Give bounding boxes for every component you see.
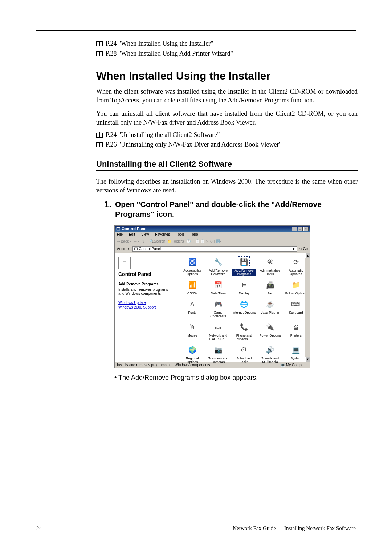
item-icon: 🔧 xyxy=(213,257,224,268)
close-button[interactable]: × xyxy=(303,227,309,231)
body-paragraph: When the client software was installed u… xyxy=(96,87,358,105)
book-icon xyxy=(96,51,103,56)
toolbar: ⇦ Back ▾ ⇨ ▾ ⇧ 🔍Search 📁Folders 🕑 📋 📋 ✕ … xyxy=(115,237,310,245)
control-panel-item[interactable]: 📅Date/Time xyxy=(205,279,230,296)
item-label: Keyboard xyxy=(289,311,303,314)
control-panel-left-pane: 🗔 Control Panel Add/Remove Programs Inst… xyxy=(115,253,178,362)
reference-line: P.26 "Uninstalling only N/W-Fax Diver an… xyxy=(96,141,358,148)
reference-text: P.28 "When Installed Using Add Printer W… xyxy=(106,50,233,57)
control-panel-item[interactable]: 🖥Display xyxy=(232,279,257,296)
maximize-button[interactable]: □ xyxy=(298,227,303,231)
up-button[interactable]: ⇧ xyxy=(142,239,145,243)
go-button[interactable]: ↪Go xyxy=(299,247,308,251)
reference-line: P.24 "Uninstalling the all Client2 Softw… xyxy=(96,131,358,139)
control-panel-item[interactable]: 📠Fax xyxy=(257,279,282,296)
book-icon xyxy=(96,133,103,138)
forward-button[interactable]: ⇨ ▾ xyxy=(134,239,140,243)
vertical-scrollbar[interactable]: ▲ ▼ xyxy=(305,253,310,362)
search-button[interactable]: 🔍Search xyxy=(150,239,166,243)
minimize-button[interactable]: _ xyxy=(292,227,297,231)
scroll-up-arrow[interactable]: ▲ xyxy=(305,253,310,258)
item-icon: 💾 xyxy=(238,257,249,268)
item-icon: 🖱 xyxy=(187,322,198,333)
folders-button[interactable]: 📁Folders xyxy=(167,239,184,243)
item-label: Folder Options xyxy=(285,292,307,295)
scroll-down-arrow[interactable]: ▼ xyxy=(305,357,310,362)
control-panel-item[interactable]: 💾Add/Remove Programs xyxy=(232,256,257,277)
toolbar-extra-icons[interactable]: 📋 📋 ✕ ↻ | 🔢▾ xyxy=(195,239,222,243)
control-panel-item[interactable]: 📶CSNW xyxy=(180,279,205,296)
window-title: 🗔Control Panel xyxy=(116,227,148,231)
control-panel-item[interactable]: 🌍Regional Options xyxy=(180,344,205,364)
menu-tools[interactable]: Tools xyxy=(176,232,184,236)
menu-help[interactable]: Help xyxy=(191,232,198,236)
item-label: Scheduled Tasks xyxy=(232,357,256,364)
address-label: Address xyxy=(117,247,130,251)
menu-edit[interactable]: Edit xyxy=(129,232,135,236)
item-label: Sounds and Multimedia xyxy=(258,357,282,364)
item-label: Administrative Tools xyxy=(258,269,282,276)
item-label: Add/Remove Programs xyxy=(232,269,256,276)
item-label: Internet Options xyxy=(232,311,256,314)
item-icon: 🖥 xyxy=(238,280,249,290)
item-icon: 📅 xyxy=(213,280,224,290)
item-label: Scanners and Cameras xyxy=(206,357,230,364)
item-icon: 🖧 xyxy=(213,322,224,333)
reference-line: P.24 "When Installed Using the Installer… xyxy=(96,40,358,48)
item-icon: 🔌 xyxy=(265,322,275,333)
item-label: Regional Options xyxy=(180,357,204,364)
section-heading: When Installed Using the Installer xyxy=(96,70,358,82)
control-panel-item[interactable]: 📞Phone and Modem ... xyxy=(232,321,257,342)
menu-favorites[interactable]: Favorites xyxy=(155,232,170,236)
item-icon: 🔊 xyxy=(265,345,275,355)
item-label: Mouse xyxy=(187,334,197,337)
item-icon: ⌨ xyxy=(290,299,301,310)
step-number: 1. xyxy=(104,199,111,209)
item-label: Network and Dial-up Co... xyxy=(206,334,230,341)
menu-file[interactable]: File xyxy=(117,232,123,236)
address-value: Control Panel xyxy=(139,247,161,251)
dropdown-icon[interactable]: ▼ xyxy=(292,247,295,251)
control-panel-item[interactable]: 🔧Add/Remove Hardware xyxy=(205,256,230,277)
control-panel-item[interactable]: 🌐Internet Options xyxy=(232,298,257,319)
control-panel-item[interactable]: 🔌Power Options xyxy=(257,321,282,342)
item-label: Automatic Updates xyxy=(284,269,308,276)
item-label: System xyxy=(290,357,301,360)
back-button[interactable]: ⇦ Back ▾ xyxy=(117,239,132,243)
control-panel-item[interactable]: ☕Java Plug-in xyxy=(257,298,282,319)
control-panel-item[interactable]: 🛠Administrative Tools xyxy=(257,256,282,277)
windows-2000-support-link[interactable]: Windows 2000 Support xyxy=(118,305,175,309)
control-panel-item[interactable]: 📷Scanners and Cameras xyxy=(205,344,230,364)
item-icon: 🖨 xyxy=(290,322,301,333)
control-panel-item[interactable]: AFonts xyxy=(180,298,205,319)
item-label: Fonts xyxy=(188,311,196,314)
windows-update-link[interactable]: Windows Update xyxy=(118,301,175,305)
item-label: CSNW xyxy=(187,292,197,295)
item-icon: ♿ xyxy=(187,257,198,268)
menu-view[interactable]: View xyxy=(141,232,149,236)
item-icon: 💻 xyxy=(290,345,301,355)
item-icon: 🛠 xyxy=(265,257,275,268)
reference-text: P.26 "Uninstalling only N/W-Fax Diver an… xyxy=(106,141,282,148)
control-panel-item[interactable]: ⏱Scheduled Tasks xyxy=(232,344,257,364)
body-paragraph: You can uninstall all client software th… xyxy=(96,109,358,127)
titlebar[interactable]: 🗔Control Panel _ □ × xyxy=(115,226,310,232)
address-combo[interactable]: 🗔 Control Panel ▼ xyxy=(132,246,297,252)
bullet-result: The Add/Remove Programs dialog box appea… xyxy=(114,374,358,382)
item-label: Power Options xyxy=(259,334,281,337)
item-icon: 🌍 xyxy=(187,345,198,355)
history-button[interactable]: 🕑 xyxy=(186,239,191,243)
step-instruction: Open "Control Panel" and double-click th… xyxy=(115,199,358,219)
footer-label: Network Fax Guide — Installing Network F… xyxy=(233,525,356,531)
control-panel-item[interactable]: 🖱Mouse xyxy=(180,321,205,342)
item-label: Phone and Modem ... xyxy=(232,334,256,341)
control-panel-item[interactable]: 🖧Network and Dial-up Co... xyxy=(205,321,230,342)
item-icon: 📶 xyxy=(187,280,198,290)
control-panel-item[interactable]: 🎮Game Controllers xyxy=(205,298,230,319)
item-label: Add/Remove Hardware xyxy=(206,269,230,276)
control-panel-item[interactable]: 🔊Sounds and Multimedia xyxy=(257,344,282,364)
menu-bar: File Edit View Favorites Tools Help xyxy=(115,232,310,237)
control-panel-item[interactable]: ♿Accessibility Options xyxy=(180,256,205,277)
control-panel-body: 🗔 Control Panel Add/Remove Programs Inst… xyxy=(115,253,310,362)
item-label: Date/Time xyxy=(211,292,226,295)
